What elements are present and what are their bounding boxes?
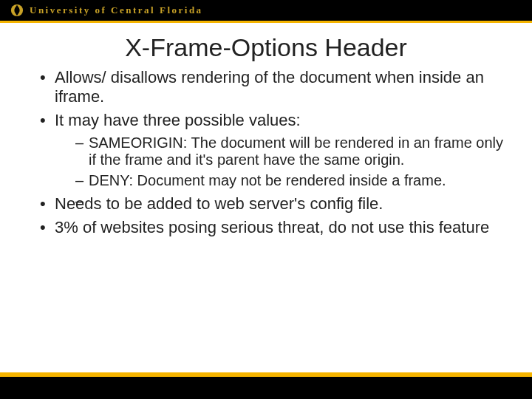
subbullet-item: DENY: Document may not be rendered insid… <box>75 172 510 190</box>
slide: University of Central Florida X-Frame-Op… <box>0 0 532 399</box>
slide-footer <box>0 372 532 399</box>
header-accent-line <box>0 21 532 23</box>
subbullet-text: SAMEORIGIN: The document will be rendere… <box>89 134 503 168</box>
institution-name: University of Central Florida <box>30 4 203 16</box>
bullet-item: Allows/ disallows rendering of the docum… <box>40 68 510 106</box>
bullet-text: Needs to be added to web server's config… <box>55 194 383 213</box>
top-header: University of Central Florida <box>0 0 532 21</box>
bullet-text: It may have three possible values: <box>55 111 301 129</box>
bullet-text: 3% of websites posing serious threat, do… <box>55 218 489 236</box>
bullet-item: Needs to be added to web server's config… <box>40 194 510 214</box>
bullet-text: Allows/ disallows rendering of the docum… <box>55 68 484 106</box>
slide-title: X-Frame-Options Header <box>0 33 532 62</box>
ucf-logo-icon <box>10 4 24 17</box>
slide-body: Allows/ disallows rendering of the docum… <box>0 68 532 237</box>
bullet-item: 3% of websites posing serious threat, do… <box>40 218 510 237</box>
bullet-item: It may have three possible values: SAMEO… <box>40 111 510 190</box>
footer-black-bar <box>0 377 532 399</box>
subbullet-text: DENY: Document may not be rendered insid… <box>89 172 446 188</box>
subbullet-item: SAMEORIGIN: The document will be rendere… <box>75 134 510 169</box>
